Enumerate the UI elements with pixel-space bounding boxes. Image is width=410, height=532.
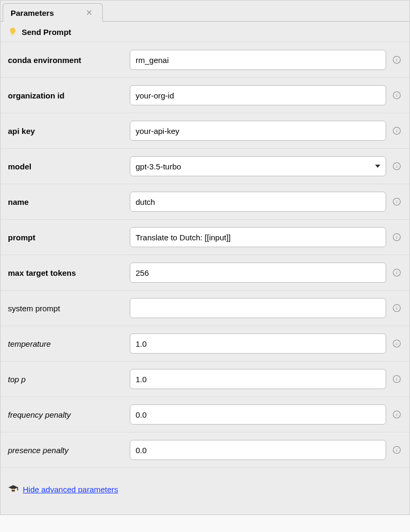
input-presence-penalty[interactable] [130,440,386,460]
label-api-key: api key [8,127,124,136]
tab-label: Parameters [11,8,54,17]
label-max-target-tokens: max target tokens [8,268,124,277]
svg-text:i: i [396,305,398,311]
svg-text:i: i [396,447,398,453]
row-organization-id: organization id i [1,78,409,113]
label-top-p: top p [8,375,124,384]
row-frequency-penalty: frequency penalty i [1,397,409,432]
svg-text:i: i [396,412,398,417]
row-temperature: temperature i [1,326,409,362]
row-name: name i [1,184,409,220]
svg-text:i: i [396,164,398,169]
label-organization-id: organization id [8,91,124,100]
info-icon[interactable]: i [391,90,402,101]
tab-bar: Parameters ✕ [1,1,409,22]
input-name[interactable] [130,192,386,212]
operator-title: Send Prompt [22,28,71,37]
info-icon[interactable]: i [391,161,402,172]
input-temperature[interactable] [130,333,386,354]
select-model-value: gpt-3.5-turbo [136,162,181,171]
label-prompt: prompt [8,233,124,242]
chevron-down-icon [375,165,380,168]
input-top-p[interactable] [130,369,386,389]
label-frequency-penalty: frequency penalty [8,410,124,419]
info-icon[interactable]: i [391,125,402,136]
row-presence-penalty: presence penalty i [1,432,409,468]
info-icon[interactable]: i [391,338,402,349]
input-organization-id[interactable] [130,85,386,105]
label-system-prompt: system prompt [8,304,124,313]
select-model[interactable]: gpt-3.5-turbo [130,156,386,176]
info-icon[interactable]: i [391,445,402,455]
parameters-panel: Parameters ✕ Send Prompt conda environme… [0,0,410,515]
form-area: conda environment i organization id i ap… [1,42,409,515]
row-model: model gpt-3.5-turbo i [1,149,409,184]
row-system-prompt: system prompt i [1,291,409,326]
svg-text:i: i [396,376,398,382]
input-system-prompt[interactable] [130,298,386,318]
row-top-p: top p i [1,362,409,397]
label-presence-penalty: presence penalty [8,446,124,455]
svg-text:i: i [396,235,398,240]
graduate-icon [8,484,19,494]
info-icon[interactable]: i [391,374,402,384]
toggle-advanced-link[interactable]: Hide advanced parameters [23,485,118,494]
svg-text:i: i [396,199,398,204]
lightbulb-icon [8,27,17,37]
info-icon[interactable]: i [391,196,402,207]
svg-text:i: i [396,128,398,133]
info-icon[interactable]: i [391,409,402,420]
label-conda-environment: conda environment [8,56,124,65]
row-max-target-tokens: max target tokens i [1,255,409,291]
svg-text:i: i [396,270,398,275]
input-conda-environment[interactable] [130,50,386,70]
info-icon[interactable]: i [391,55,402,65]
operator-header: Send Prompt [1,22,409,42]
label-model: model [8,162,124,171]
svg-text:i: i [396,57,398,62]
row-api-key: api key i [1,113,409,149]
label-temperature: temperature [8,339,124,348]
input-prompt[interactable] [130,227,386,247]
input-frequency-penalty[interactable] [130,404,386,425]
close-icon[interactable]: ✕ [86,8,93,17]
info-icon[interactable]: i [391,232,402,242]
input-api-key[interactable] [130,121,386,141]
label-name: name [8,197,124,206]
row-conda-environment: conda environment i [1,42,409,78]
svg-text:i: i [396,93,398,98]
svg-text:i: i [396,341,398,346]
tab-parameters[interactable]: Parameters ✕ [3,3,103,22]
info-icon[interactable]: i [391,267,402,278]
info-icon[interactable]: i [391,303,402,313]
row-prompt: prompt i [1,220,409,255]
input-max-target-tokens[interactable] [130,263,386,283]
advanced-toggle-row: Hide advanced parameters [1,468,409,504]
